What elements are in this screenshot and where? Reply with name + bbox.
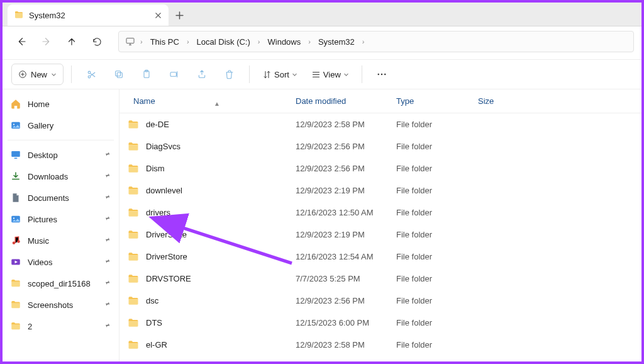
sidebar-item-home[interactable]: Home (5, 93, 116, 115)
table-row[interactable]: dsc12/9/2023 2:56 PMFile folder (119, 290, 641, 312)
file-type: File folder (396, 230, 478, 239)
table-row[interactable]: Dism12/9/2023 2:56 PMFile folder (119, 157, 641, 179)
chevron-down-icon (343, 72, 349, 77)
share-button[interactable] (190, 64, 214, 85)
sidebar-item-label: Desktop (28, 151, 58, 160)
view-button[interactable]: View (306, 64, 354, 85)
sidebar-item-quick[interactable]: 2 (5, 316, 116, 337)
folder-icon (10, 278, 21, 289)
sidebar-item-quick[interactable]: Pictures (5, 208, 116, 230)
up-button[interactable] (60, 30, 83, 53)
sidebar-item-label: Home (28, 100, 50, 109)
column-header-type[interactable]: Type (396, 96, 478, 106)
column-header-size[interactable]: Size (478, 96, 541, 106)
column-header-date-modified[interactable]: Date modified (296, 96, 396, 106)
sidebar-item-quick[interactable]: Downloads (5, 166, 116, 187)
file-name: DriverState (146, 230, 187, 239)
sidebar-item-label: Videos (28, 258, 53, 267)
sidebar-item-quick[interactable]: Music (5, 230, 116, 251)
file-name: drivers (146, 208, 170, 217)
file-date-modified: 12/9/2023 2:58 PM (296, 120, 396, 129)
more-button[interactable] (370, 64, 394, 85)
breadcrumb-thispc[interactable]: This PC (148, 36, 182, 48)
home-icon (10, 98, 21, 110)
breadcrumb-windows[interactable]: Windows (265, 36, 304, 48)
sidebar-item-label: Music (28, 236, 49, 246)
delete-button[interactable] (218, 64, 242, 85)
file-date-modified: 12/9/2023 2:58 PM (296, 340, 396, 350)
sidebar-item-quick[interactable]: Documents (5, 187, 116, 208)
sidebar-item-quick[interactable]: Desktop (5, 144, 116, 166)
folder-icon (127, 207, 140, 219)
sort-button[interactable]: Sort (257, 64, 303, 85)
sidebar-item-quick[interactable]: Videos (5, 251, 116, 273)
column-header-name[interactable]: Name ▲ (119, 96, 296, 106)
svg-point-9 (377, 74, 379, 75)
sort-label: Sort (274, 70, 289, 79)
folder-icon (127, 251, 140, 263)
file-type: File folder (396, 164, 478, 173)
new-tab-button[interactable] (169, 4, 190, 26)
sidebar-item-label: Pictures (28, 215, 57, 224)
table-row[interactable]: DriverStore12/16/2023 12:54 AMFile folde… (119, 246, 641, 268)
sort-asc-icon: ▲ (214, 100, 220, 107)
pin-icon (102, 256, 112, 267)
file-date-modified: 12/9/2023 2:19 PM (296, 230, 396, 239)
table-row[interactable]: DRVSTORE7/7/2023 5:25 PMFile folder (119, 268, 641, 290)
videos-icon (10, 256, 21, 268)
cut-button[interactable] (79, 64, 103, 85)
toolbar: New Sort View (3, 59, 641, 89)
table-row[interactable]: DTS12/15/2023 6:00 PMFile folder (119, 312, 641, 334)
folder-icon (127, 273, 140, 285)
forward-button[interactable] (35, 30, 58, 53)
chevron-down-icon (51, 72, 57, 77)
download-icon (10, 171, 21, 182)
folder-icon (10, 299, 21, 310)
table-row[interactable]: DriverState12/9/2023 2:19 PMFile folder (119, 224, 641, 246)
breadcrumb-drive[interactable]: Local Disk (C:) (194, 36, 253, 48)
svg-rect-0 (126, 38, 134, 43)
close-tab-button[interactable] (152, 9, 164, 21)
file-date-modified: 12/9/2023 2:56 PM (296, 164, 396, 173)
main-area: Home Gallery DesktopDownloadsDocumentsPi… (3, 89, 641, 361)
sidebar-item-gallery[interactable]: Gallery (5, 115, 116, 136)
list-icon (311, 70, 321, 79)
table-row[interactable]: DiagSvcs12/9/2023 2:56 PMFile folder (119, 135, 641, 157)
svg-point-2 (88, 76, 91, 78)
chevron-right-icon: › (186, 38, 191, 45)
clipboard-icon (142, 69, 152, 79)
table-row[interactable]: de-DE12/9/2023 2:58 PMFile folder (119, 113, 641, 135)
pin-icon (102, 192, 112, 203)
sidebar-item-label: 2 (28, 322, 32, 331)
sidebar-item-quick[interactable]: scoped_dir15168 (5, 273, 116, 294)
new-button[interactable]: New (11, 64, 64, 85)
sidebar-item-quick[interactable]: Screenshots (5, 294, 116, 316)
breadcrumb-system32[interactable]: System32 (316, 36, 357, 48)
window-tab[interactable]: System32 (8, 4, 169, 26)
refresh-icon (92, 37, 103, 47)
rename-button[interactable] (162, 64, 186, 85)
paste-button[interactable] (135, 64, 158, 85)
address-bar[interactable]: › This PC › Local Disk (C:) › Windows › … (118, 31, 634, 52)
svg-point-16 (13, 217, 14, 219)
folder-icon (127, 229, 140, 241)
folder-icon (14, 10, 24, 20)
ellipsis-icon (376, 69, 387, 80)
file-type: File folder (396, 274, 478, 283)
refresh-button[interactable] (86, 30, 108, 53)
documents-icon (10, 192, 21, 203)
view-label: View (323, 70, 341, 79)
pictures-icon (10, 213, 21, 225)
desktop-icon (10, 149, 21, 161)
table-row[interactable]: el-GR12/9/2023 2:58 PMFile folder (119, 334, 641, 356)
table-row[interactable]: drivers12/16/2023 12:50 AMFile folder (119, 202, 641, 224)
content-pane: Name ▲ Date modified Type Size de-DE12/9… (119, 89, 641, 361)
table-row[interactable]: downlevel12/9/2023 2:19 PMFile folder (119, 179, 641, 202)
rename-icon (169, 69, 179, 79)
file-name: downlevel (146, 186, 182, 195)
file-type: File folder (396, 340, 478, 350)
back-button[interactable] (10, 30, 33, 53)
file-date-modified: 12/15/2023 6:00 PM (296, 318, 396, 327)
copy-button[interactable] (107, 64, 131, 85)
close-icon (155, 12, 162, 19)
